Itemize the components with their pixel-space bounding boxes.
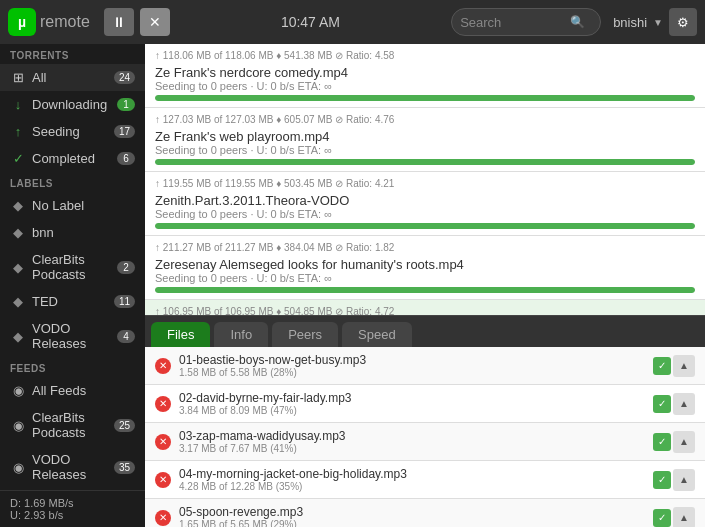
sidebar-label-seeding: Seeding (32, 124, 108, 139)
torrent-name-3: Zenith.Part.3.2011.Theora-VODO (155, 193, 695, 208)
search-icon: 🔍 (570, 15, 585, 29)
labels-section-header: LABELS (0, 172, 145, 192)
torrent-sub-3: Seeding to 0 peers · U: 0 b/s ETA: ∞ (155, 208, 695, 220)
file-status-1: ✕ (155, 358, 171, 374)
torrent-item-1[interactable]: ↑ 118.06 MB of 118.06 MB ♦ 541.38 MB ⊘ R… (145, 44, 705, 108)
detail-tabs: Files Info Peers Speed (145, 316, 705, 347)
progress-fill-3 (155, 223, 695, 229)
search-input[interactable] (460, 15, 570, 30)
torrent-name-2: Ze Frank's web playroom.mp4 (155, 129, 695, 144)
tab-files[interactable]: Files (151, 322, 210, 347)
file-info-5: 05-spoon-revenge.mp3 1.65 MB of 5.65 MB … (179, 505, 645, 527)
search-box: 🔍 (451, 8, 601, 36)
file-status-2: ✕ (155, 396, 171, 412)
file-controls-2: ✓ ▲ (653, 393, 695, 415)
file-size-1: 1.58 MB of 5.58 MB (28%) (179, 367, 645, 378)
file-size-2: 3.84 MB of 8.09 MB (47%) (179, 405, 645, 416)
sidebar-label-completed: Completed (32, 151, 111, 166)
downloading-icon: ↓ (10, 97, 26, 112)
tab-speed[interactable]: Speed (342, 322, 412, 347)
progress-fill-4 (155, 287, 695, 293)
torrent-name-1: Ze Frank's nerdcore comedy.mp4 (155, 65, 695, 80)
torrents-section-header: TORRENTS (0, 44, 145, 64)
clearbits-icon: ◆ (10, 260, 26, 275)
file-info-3: 03-zap-mama-wadidyusay.mp3 3.17 MB of 7.… (179, 429, 645, 454)
file-toggle-1[interactable]: ✓ (653, 357, 671, 375)
torrent-item-5[interactable]: ↑ 106.95 MB of 106.95 MB ♦ 504.85 MB ⊘ R… (145, 300, 705, 315)
seeding-icon: ↑ (10, 124, 26, 139)
sidebar-label-vodo-feeds: VODO Releases (32, 452, 108, 482)
top-bar: µ remote ⏸ ✕ 10:47 AM 🔍 bnishi ▼ ⚙ (0, 0, 705, 44)
torrent-item-3[interactable]: ↑ 119.55 MB of 119.55 MB ♦ 503.45 MB ⊘ R… (145, 172, 705, 236)
torrent-stats-2: ↑ 127.03 MB of 127.03 MB ♦ 605.07 MB ⊘ R… (155, 114, 695, 125)
badge-clearbits-feeds: 25 (114, 419, 135, 432)
file-item-3[interactable]: ✕ 03-zap-mama-wadidyusay.mp3 3.17 MB of … (145, 423, 705, 461)
sidebar-item-downloading[interactable]: ↓ Downloading 1 (0, 91, 145, 118)
progress-bar-1 (155, 95, 695, 101)
file-controls-3: ✓ ▲ (653, 431, 695, 453)
torrent-stats-4: ↑ 211.27 MB of 211.27 MB ♦ 384.04 MB ⊘ R… (155, 242, 695, 253)
file-toggle-5[interactable]: ✓ (653, 509, 671, 527)
time-display: 10:47 AM (176, 14, 445, 30)
sidebar-item-vodo[interactable]: ◆ VODO Releases 4 (0, 315, 145, 357)
all-icon: ⊞ (10, 70, 26, 85)
user-dropdown-button[interactable]: ▼ (653, 17, 663, 28)
file-status-4: ✕ (155, 472, 171, 488)
file-toggle-4[interactable]: ✓ (653, 471, 671, 489)
file-item-1[interactable]: ✕ 01-beastie-boys-now-get-busy.mp3 1.58 … (145, 347, 705, 385)
sidebar-item-clearbits[interactable]: ◆ ClearBits Podcasts 2 (0, 246, 145, 288)
sidebar-item-seeding[interactable]: ↑ Seeding 17 (0, 118, 145, 145)
sidebar-item-no-label[interactable]: ◆ No Label (0, 192, 145, 219)
file-info-1: 01-beastie-boys-now-get-busy.mp3 1.58 MB… (179, 353, 645, 378)
sidebar-item-clearbits-feeds[interactable]: ◉ ClearBits Podcasts 25 (0, 404, 145, 446)
file-size-4: 4.28 MB of 12.28 MB (35%) (179, 481, 645, 492)
file-controls-1: ✓ ▲ (653, 355, 695, 377)
file-item-4[interactable]: ✕ 04-my-morning-jacket-one-big-holiday.m… (145, 461, 705, 499)
sidebar-status: D: 1.69 MB/s U: 2.93 b/s (0, 490, 145, 527)
file-controls-5: ✓ ▲ (653, 507, 695, 528)
progress-fill-1 (155, 95, 695, 101)
torrent-item-2[interactable]: ↑ 127.03 MB of 127.03 MB ♦ 605.07 MB ⊘ R… (145, 108, 705, 172)
settings-button[interactable]: ⚙ (669, 8, 697, 36)
vodo-icon: ◆ (10, 329, 26, 344)
progress-bar-4 (155, 287, 695, 293)
file-name-3: 03-zap-mama-wadidyusay.mp3 (179, 429, 645, 443)
tab-peers[interactable]: Peers (272, 322, 338, 347)
file-up-4[interactable]: ▲ (673, 469, 695, 491)
file-up-2[interactable]: ▲ (673, 393, 695, 415)
file-list: ✕ 01-beastie-boys-now-get-busy.mp3 1.58 … (145, 347, 705, 527)
badge-completed: 6 (117, 152, 135, 165)
file-size-5: 1.65 MB of 5.65 MB (29%) (179, 519, 645, 527)
torrent-stats-1: ↑ 118.06 MB of 118.06 MB ♦ 541.38 MB ⊘ R… (155, 50, 695, 61)
sidebar-item-bnn[interactable]: ◆ bnn (0, 219, 145, 246)
sidebar-label-vodo: VODO Releases (32, 321, 111, 351)
file-toggle-2[interactable]: ✓ (653, 395, 671, 413)
completed-icon: ✓ (10, 151, 26, 166)
sidebar-item-vodo-feeds[interactable]: ◉ VODO Releases 35 (0, 446, 145, 488)
file-status-3: ✕ (155, 434, 171, 450)
file-size-3: 3.17 MB of 7.67 MB (41%) (179, 443, 645, 454)
sidebar-item-all-feeds[interactable]: ◉ All Feeds (0, 377, 145, 404)
file-item-2[interactable]: ✕ 02-david-byrne-my-fair-lady.mp3 3.84 M… (145, 385, 705, 423)
file-name-5: 05-spoon-revenge.mp3 (179, 505, 645, 519)
pause-button[interactable]: ⏸ (104, 8, 134, 36)
stop-button[interactable]: ✕ (140, 8, 170, 36)
sidebar: TORRENTS ⊞ All 24 ↓ Downloading 1 ↑ Seed… (0, 44, 145, 527)
logo-icon: µ (8, 8, 36, 36)
badge-vodo-feeds: 35 (114, 461, 135, 474)
file-toggle-3[interactable]: ✓ (653, 433, 671, 451)
file-up-3[interactable]: ▲ (673, 431, 695, 453)
sidebar-label-all-feeds: All Feeds (32, 383, 135, 398)
file-up-5[interactable]: ▲ (673, 507, 695, 528)
sidebar-item-all[interactable]: ⊞ All 24 (0, 64, 145, 91)
sidebar-label-no-label: No Label (32, 198, 135, 213)
file-name-4: 04-my-morning-jacket-one-big-holiday.mp3 (179, 467, 645, 481)
sidebar-item-ted[interactable]: ◆ TED 11 (0, 288, 145, 315)
sidebar-label-downloading: Downloading (32, 97, 111, 112)
sidebar-item-completed[interactable]: ✓ Completed 6 (0, 145, 145, 172)
torrent-item-4[interactable]: ↑ 211.27 MB of 211.27 MB ♦ 384.04 MB ⊘ R… (145, 236, 705, 300)
tab-info[interactable]: Info (214, 322, 268, 347)
file-item-5[interactable]: ✕ 05-spoon-revenge.mp3 1.65 MB of 5.65 M… (145, 499, 705, 527)
badge-vodo: 4 (117, 330, 135, 343)
file-up-1[interactable]: ▲ (673, 355, 695, 377)
